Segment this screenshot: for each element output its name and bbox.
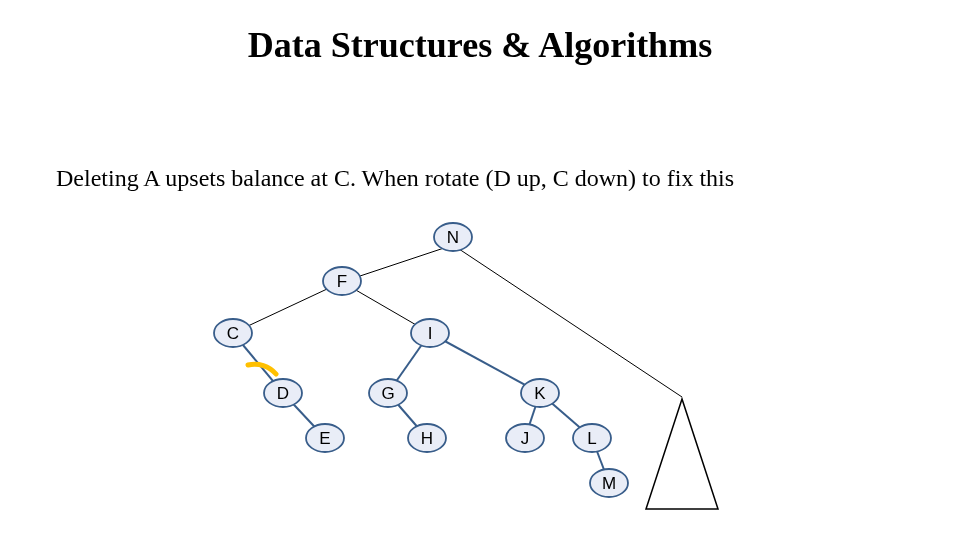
node-G: G <box>369 379 407 407</box>
node-label: H <box>421 429 433 448</box>
node-label: L <box>587 429 596 448</box>
node-label: C <box>227 324 239 343</box>
edge-I-K <box>430 333 540 393</box>
node-K: K <box>521 379 559 407</box>
node-label: I <box>428 324 433 343</box>
node-C: C <box>214 319 252 347</box>
node-I: I <box>411 319 449 347</box>
node-label: G <box>381 384 394 403</box>
node-F: F <box>323 267 361 295</box>
node-label: E <box>319 429 330 448</box>
edge-N-tri-right <box>453 245 682 397</box>
tree-diagram: N F C I D G K E H J L M <box>0 0 960 540</box>
node-H: H <box>408 424 446 452</box>
node-label: J <box>521 429 530 448</box>
node-E: E <box>306 424 344 452</box>
node-M: M <box>590 469 628 497</box>
node-L: L <box>573 424 611 452</box>
node-label: M <box>602 474 616 493</box>
node-D: D <box>264 379 302 407</box>
node-J: J <box>506 424 544 452</box>
node-N: N <box>434 223 472 251</box>
node-label: D <box>277 384 289 403</box>
node-label: K <box>534 384 546 403</box>
subtree-triangle-icon <box>646 399 718 509</box>
node-label: F <box>337 272 347 291</box>
node-label: N <box>447 228 459 247</box>
